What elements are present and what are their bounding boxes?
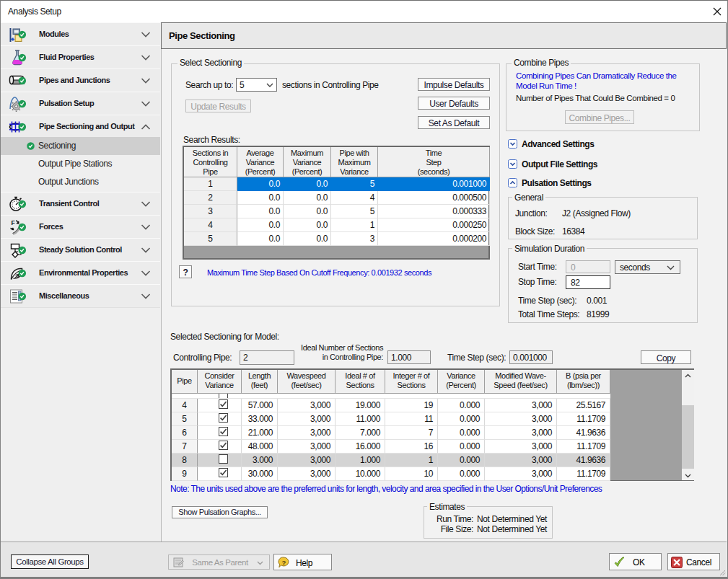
svg-text:?: ? [282,559,286,567]
svg-text:F: F [12,219,15,226]
